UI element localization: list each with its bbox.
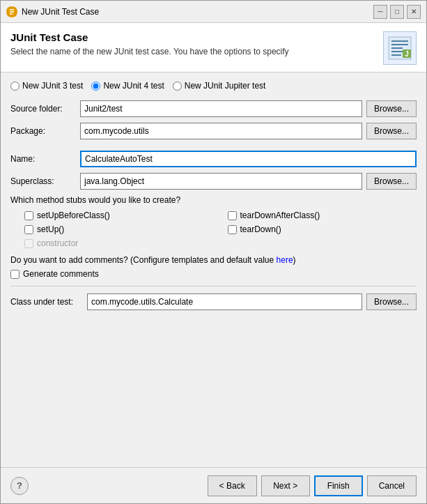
footer: ? < Back Next > Finish Cancel (1, 467, 426, 503)
footer-buttons: < Back Next > Finish Cancel (29, 475, 417, 496)
superclass-input[interactable] (80, 173, 362, 190)
package-label: Package: (10, 126, 80, 136)
window-title: New JUnit Test Case (22, 7, 373, 17)
close-button[interactable]: ✕ (407, 5, 421, 19)
checkbox-setupbeforeclass-label[interactable]: setUpBeforeClass() (24, 211, 214, 220)
divider (10, 286, 417, 287)
window-controls: ─ □ ✕ (373, 5, 421, 19)
package-input[interactable] (80, 123, 362, 139)
source-folder-row: Source folder: Browse... (10, 100, 417, 117)
help-button[interactable]: ? (10, 477, 29, 495)
method-stubs-grid: setUpBeforeClass() tearDownAfterClass() … (24, 211, 417, 248)
checkbox-constructor (24, 239, 33, 248)
checkbox-teardown-text: tearDown() (240, 224, 281, 234)
generate-comments-label[interactable]: Generate comments (10, 269, 417, 279)
comments-section: Do you want to add comments? (Configure … (10, 255, 417, 279)
radio-jupiter[interactable] (173, 82, 182, 91)
radio-junit4-text: New JUnit 4 test (103, 81, 164, 91)
name-input[interactable] (80, 151, 417, 167)
junit-header-icon: J (383, 31, 417, 65)
header-section: JUnit Test Case Select the name of the n… (1, 23, 426, 72)
checkbox-setup[interactable] (24, 225, 33, 234)
checkbox-teardownafterclass-text: tearDownAfterClass() (240, 211, 320, 220)
main-window: New JUnit Test Case ─ □ ✕ JUnit Test Cas… (0, 0, 427, 504)
source-folder-browse-button[interactable]: Browse... (366, 100, 417, 117)
radio-junit3-label[interactable]: New JUnit 3 test (10, 81, 83, 91)
source-folder-input[interactable] (80, 100, 362, 117)
checkbox-setup-text: setUp() (37, 224, 64, 234)
class-under-test-label: Class under test: (10, 297, 87, 307)
cancel-button[interactable]: Cancel (367, 475, 417, 496)
superclass-label: Superclass: (10, 176, 80, 186)
junit-version-radio-group: New JUnit 3 test New JUnit 4 test New JU… (10, 81, 417, 91)
source-folder-label: Source folder: (10, 104, 80, 114)
finish-button[interactable]: Finish (314, 475, 363, 496)
superclass-browse-button[interactable]: Browse... (366, 173, 417, 190)
generate-comments-checkbox[interactable] (10, 270, 20, 279)
checkbox-teardownafterclass-label[interactable]: tearDownAfterClass() (228, 211, 417, 220)
generate-comments-text: Generate comments (23, 269, 99, 279)
comments-label-end: ) (293, 255, 296, 265)
svg-text:J: J (405, 50, 409, 58)
radio-junit3-text: New JUnit 3 test (22, 81, 83, 91)
checkbox-constructor-text: constructor (37, 238, 78, 248)
checkbox-setupbeforeclass-text: setUpBeforeClass() (37, 211, 110, 220)
radio-junit4[interactable] (91, 82, 100, 91)
checkbox-teardownafterclass[interactable] (228, 211, 237, 220)
class-under-test-input[interactable] (87, 293, 362, 310)
back-button[interactable]: < Back (208, 475, 257, 496)
checkbox-setup-label[interactable]: setUp() (24, 224, 214, 234)
comments-here-link[interactable]: here (277, 255, 293, 265)
checkbox-constructor-label: constructor (24, 238, 214, 248)
header-subtitle: Select the name of the new JUnit test ca… (10, 46, 376, 58)
header-text: JUnit Test Case Select the name of the n… (10, 31, 376, 58)
radio-junit3[interactable] (10, 82, 20, 91)
radio-junit4-label[interactable]: New JUnit 4 test (91, 81, 164, 91)
content-area: New JUnit 3 test New JUnit 4 test New JU… (1, 72, 426, 467)
package-browse-button[interactable]: Browse... (366, 123, 417, 139)
comments-label-start: Do you want to add comments? (Configure … (10, 255, 277, 265)
comments-configure-text: Do you want to add comments? (Configure … (10, 255, 417, 265)
method-stubs-label: Which method stubs would you like to cre… (10, 195, 417, 205)
title-bar: New JUnit Test Case ─ □ ✕ (1, 1, 426, 23)
superclass-row: Superclass: Browse... (10, 173, 417, 190)
radio-jupiter-label[interactable]: New JUnit Jupiter test (173, 81, 266, 91)
checkbox-teardown-label[interactable]: tearDown() (228, 224, 417, 234)
radio-jupiter-text: New JUnit Jupiter test (185, 81, 266, 91)
minimize-button[interactable]: ─ (373, 5, 387, 19)
name-row: Name: (10, 151, 417, 167)
name-label: Name: (10, 154, 80, 164)
checkbox-teardown[interactable] (228, 225, 237, 234)
class-under-test-browse-button[interactable]: Browse... (366, 293, 417, 310)
package-row: Package: Browse... (10, 123, 417, 139)
maximize-button[interactable]: □ (390, 5, 404, 19)
window-icon (6, 6, 17, 17)
header-title: JUnit Test Case (10, 31, 376, 43)
next-button[interactable]: Next > (261, 475, 310, 496)
class-under-test-row: Class under test: Browse... (10, 293, 417, 310)
checkbox-setupbeforeclass[interactable] (24, 211, 33, 220)
